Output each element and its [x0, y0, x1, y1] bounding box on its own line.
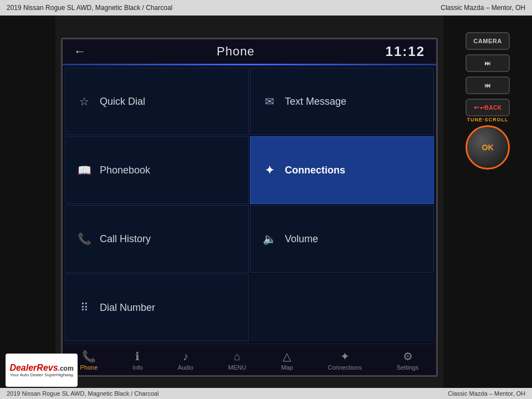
audio-nav-label: Audio [178, 364, 193, 371]
audio-nav-icon: ♪ [183, 350, 188, 363]
menu-item-volume[interactable]: 🔈 Volume [250, 205, 434, 273]
watermark-title: DealerRevs [9, 364, 58, 372]
menu-nav-icon: ⌂ [234, 350, 241, 363]
bottom-nav: 📞 Phone ℹ Info ♪ Audio ⌂ MENU △ Map ✦ Co… [63, 344, 436, 375]
map-nav-icon: △ [283, 350, 291, 363]
settings-nav-label: Settings [397, 364, 419, 371]
top-bar-left: 2019 Nissan Rogue SL AWD, Magnetic Black… [7, 4, 172, 12]
settings-nav-icon: ⚙ [403, 350, 413, 363]
call-history-icon: 📞 [76, 232, 92, 245]
left-bezel [0, 16, 55, 399]
infotainment-screen: ← Phone 11:12 ☆ Quick Dial ✉ Text Messag… [61, 38, 438, 377]
menu-item-dial-number[interactable]: ⠿ Dial Number [65, 274, 249, 341]
connections-icon: ✦ [262, 163, 277, 177]
back-hw-icon: ↩ [474, 104, 479, 111]
menu-item-text-message[interactable]: ✉ Text Message [250, 68, 434, 135]
bottom-car-info: 2019 Nissan Rogue SL AWD, [7, 390, 86, 397]
map-nav-label: Map [281, 364, 293, 371]
top-bar-right: Classic Mazda – Mentor, OH [441, 4, 525, 12]
quick-dial-label: Quick Dial [100, 96, 145, 108]
skip-back-icon: ⏮ [484, 82, 491, 89]
nav-item-info[interactable]: ℹ Info [127, 347, 148, 373]
right-controls: CAMERA ⏭ ⏮ ↩ ↩BACK TUNE·SCROLL OK [443, 16, 532, 399]
nav-item-map[interactable]: △ Map [275, 347, 298, 373]
connections-nav-icon: ✦ [340, 350, 350, 363]
call-history-label: Call History [100, 233, 151, 245]
top-bar: 2019 Nissan Rogue SL AWD, Magnetic Black… [0, 0, 532, 16]
bottom-color: Magnetic Black / Charcoal [88, 390, 159, 397]
nav-item-settings[interactable]: ⚙ Settings [391, 347, 424, 373]
info-nav-icon: ℹ [135, 350, 140, 363]
bottom-info-bar: 2019 Nissan Rogue SL AWD, Magnetic Black… [0, 388, 532, 399]
dial-number-label: Dial Number [100, 302, 155, 314]
menu-grid: ☆ Quick Dial ✉ Text Message 📖 Phonebook … [63, 65, 436, 344]
knob-label: TUNE·SCROLL [467, 117, 509, 122]
volume-label: Volume [285, 233, 318, 245]
phone-nav-icon: 📞 [82, 350, 96, 363]
nav-item-audio[interactable]: ♪ Audio [172, 348, 199, 373]
ok-label: OK [482, 143, 494, 152]
skip-fwd-button[interactable]: ⏭ [466, 54, 510, 72]
volume-icon: 🔈 [262, 232, 277, 245]
menu-item-phonebook[interactable]: 📖 Phonebook [65, 136, 249, 204]
info-nav-label: Info [132, 364, 142, 371]
tune-scroll-knob[interactable]: TUNE·SCROLL OK [466, 125, 510, 170]
bottom-left: 2019 Nissan Rogue SL AWD, Magnetic Black… [7, 390, 158, 397]
text-message-label: Text Message [285, 96, 346, 108]
screen-header: ← Phone 11:12 [63, 39, 436, 64]
nav-item-phone[interactable]: 📞 Phone [74, 347, 103, 373]
menu-item-quick-dial[interactable]: ☆ Quick Dial [65, 68, 249, 135]
watermark: DealerRevs .com Your Auto Dealer SuperHi… [6, 354, 78, 387]
connections-nav-label: Connections [328, 364, 362, 371]
phone-nav-label: Phone [80, 364, 98, 371]
text-message-icon: ✉ [262, 95, 277, 108]
watermark-domain: .com [58, 365, 74, 372]
menu-nav-label: MENU [228, 364, 246, 371]
bottom-right: Classic Mazda – Mentor, OH [448, 390, 525, 397]
back-hw-label: ↩BACK [480, 105, 502, 111]
nav-item-menu[interactable]: ⌂ MENU [223, 348, 252, 373]
screen-title: Phone [217, 44, 255, 59]
phonebook-icon: 📖 [76, 163, 92, 177]
back-hw-button[interactable]: ↩ ↩BACK [466, 99, 510, 116]
watermark-sub: Your Auto Dealer SuperHighway [10, 372, 73, 377]
menu-item-connections[interactable]: ✦ Connections [250, 136, 434, 204]
connections-label: Connections [285, 165, 345, 176]
nav-item-connections-nav[interactable]: ✦ Connections [323, 347, 367, 373]
phonebook-label: Phonebook [100, 165, 150, 176]
dial-number-icon: ⠿ [76, 301, 92, 314]
quick-dial-icon: ☆ [76, 95, 92, 108]
menu-item-call-history[interactable]: 📞 Call History [65, 205, 249, 273]
skip-fwd-icon: ⏭ [484, 60, 491, 66]
back-button[interactable]: ← [74, 44, 86, 59]
screen-time: 11:12 [386, 44, 425, 59]
skip-back-button[interactable]: ⏮ [466, 76, 510, 94]
camera-button[interactable]: CAMERA [466, 32, 510, 50]
